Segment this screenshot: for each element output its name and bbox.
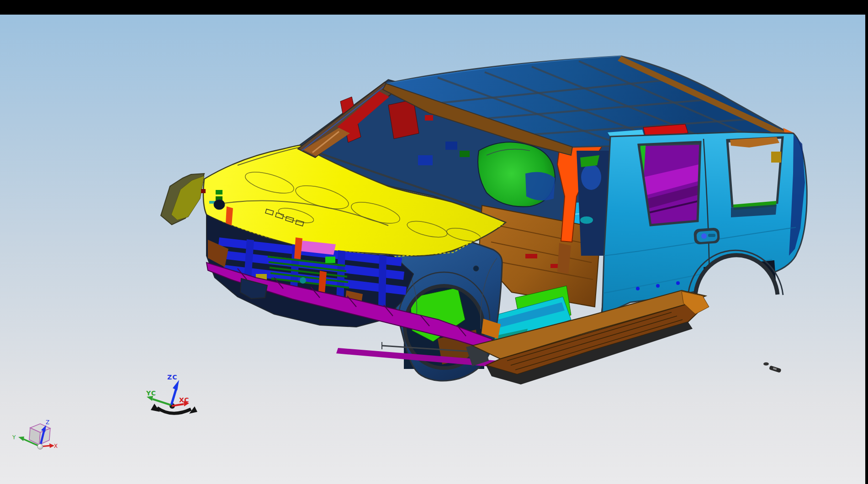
door-plug-blue [636,287,640,290]
fender-hole [473,266,479,271]
floor-red-chip[interactable] [525,254,537,258]
door-plug-blue [656,284,660,288]
interior-chip-red[interactable] [425,115,433,121]
view-y-label: Y [12,434,16,441]
interior-chip-green[interactable] [460,151,470,157]
tip-green-chip[interactable] [216,190,222,195]
wcs-z-label: ZC [167,374,177,381]
door-handle[interactable] [693,227,720,245]
bay-green-chip[interactable] [325,257,335,263]
interior-chip-blue[interactable] [418,155,433,165]
frame-teal-wisp[interactable] [580,216,593,224]
engine-block-blue[interactable] [525,172,555,200]
bay-teal-dot[interactable] [300,277,306,284]
body-side-group[interactable] [602,132,807,328]
frame-blue-boss[interactable] [581,164,601,190]
quarter-tab-olive[interactable] [771,152,781,163]
view-x-label: X [54,443,58,449]
door-plug-blue [676,281,680,285]
wcs-x-label: XC [179,396,190,404]
handle-grip[interactable] [708,234,715,237]
interior-chip-navy[interactable] [445,142,457,150]
view-origin-sphere[interactable] [37,444,43,449]
cad-window: ZC YC XC Z Y X [0,0,868,484]
view-z-label: Z [46,419,49,426]
right-frame-bar [865,0,868,484]
headlamp-pocket[interactable] [214,200,225,210]
graphics-viewport[interactable]: ZC YC XC Z Y X [0,0,868,484]
tip-red-chip[interactable] [201,189,206,193]
wcs-y-label: YC [146,389,156,397]
grille-post[interactable] [378,255,386,307]
top-frame-bar [0,0,868,15]
handle-lock-blue[interactable] [701,233,707,239]
